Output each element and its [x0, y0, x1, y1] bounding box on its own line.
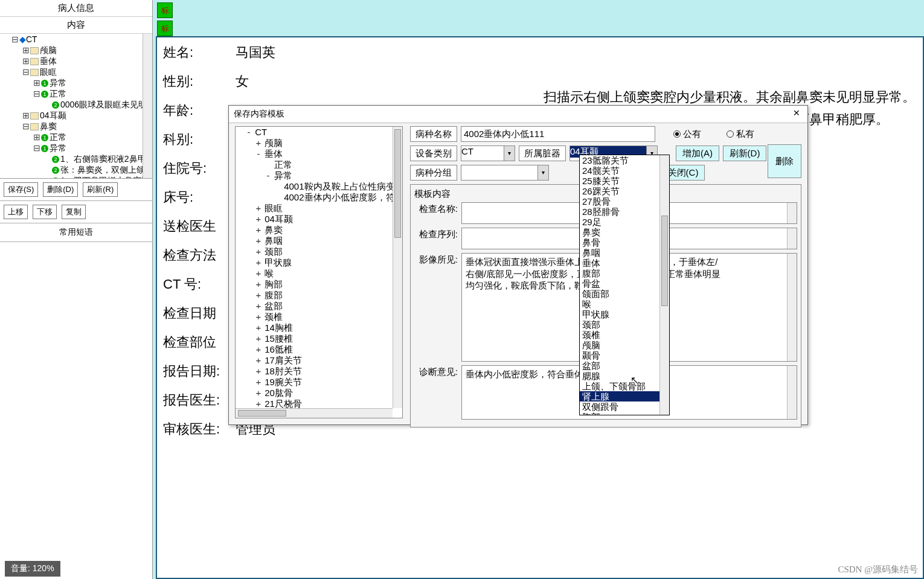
dialog-tree-item[interactable]: + 18肘关节	[255, 366, 393, 377]
left-tree[interactable]: ⊟◆CT⊞颅脑⊞垂体⊟眼眶⊞1异常⊟1正常20006眼球及眼眶未见明显异常⊞04…	[0, 34, 152, 179]
move-down-button[interactable]: 下移	[33, 205, 57, 219]
scrollbar[interactable]	[787, 366, 797, 419]
refresh-button[interactable]: 刷新(R)	[83, 182, 118, 197]
dialog-tree-hscrollbar[interactable]	[236, 408, 393, 418]
dropdown-option[interactable]: 颅脑	[580, 340, 659, 350]
dialog-tree-item[interactable]: + 04耳颞	[255, 214, 393, 225]
dialog-tree-item[interactable]: + 眼眶	[255, 203, 393, 214]
delete-button-dlg[interactable]: 删除	[768, 144, 801, 178]
dialog-tree-item[interactable]: + 20肱骨	[255, 388, 393, 398]
dialog-tree-item[interactable]: + 喉	[255, 268, 393, 279]
add-button[interactable]: 增加(A)	[676, 146, 719, 161]
dropdown-option[interactable]: 鼻咽	[580, 248, 659, 258]
dialog-tree-item[interactable]: + 15腰椎	[255, 333, 393, 344]
organ-dropdown[interactable]: 23骶髂关节24髋关节25膝关节26踝关节27股骨28胫腓骨29足鼻窦鼻骨鼻咽垂…	[579, 155, 670, 415]
dropdown-option[interactable]: 垂体	[580, 258, 659, 268]
scrollbar[interactable]	[787, 203, 797, 223]
dropdown-option[interactable]: 腮腺	[580, 371, 659, 381]
dropdown-option[interactable]: 24髋关节	[580, 165, 659, 176]
dialog-tree-item[interactable]: + 19腕关节	[255, 377, 393, 388]
refresh-button-dlg[interactable]: 刷新(D)	[723, 146, 766, 161]
dropdown-option[interactable]: 25膝关节	[580, 176, 659, 186]
disease-name-input[interactable]	[461, 126, 655, 142]
copy-button[interactable]: 复制	[62, 205, 86, 219]
dialog-tree-item[interactable]: + 17肩关节	[255, 355, 393, 366]
dialog-tree-item[interactable]: + 甲状腺	[255, 257, 393, 268]
dropdown-option[interactable]: 胸部	[580, 412, 659, 415]
dialog-tree-item[interactable]: + 14胸椎	[255, 322, 393, 333]
scrollbar[interactable]	[787, 228, 797, 249]
dropdown-option[interactable]: 鼻骨	[580, 237, 659, 248]
scrollbar[interactable]	[787, 254, 797, 361]
tree-item[interactable]: 20006眼球及眼眶未见明显异常	[43, 99, 152, 110]
label-site: 检查部位	[163, 333, 236, 351]
dialog-tree-item[interactable]: 4001鞍内及鞍上占位性病变，	[274, 181, 393, 192]
save-button[interactable]: 保存(S)	[4, 182, 38, 197]
dialog-tree-item[interactable]: + 21尺桡骨	[255, 398, 393, 408]
dialog-tree-item[interactable]: + 胸部	[255, 279, 393, 290]
green-tab-2[interactable]: 标	[157, 21, 173, 36]
dialog-tree-vscrollbar[interactable]	[393, 127, 402, 408]
dialog-tree-item[interactable]: + 鼻咽	[255, 235, 393, 246]
dropdown-option[interactable]: 颈椎	[580, 330, 659, 340]
dropdown-option[interactable]: 鼻窦	[580, 227, 659, 237]
dropdown-option[interactable]: 上颌、下颌骨部	[580, 381, 659, 391]
dialog-tree-item[interactable]: + 16骶椎	[255, 344, 393, 355]
dialog-tree-item[interactable]: - CT+ 颅脑- 垂体 正常- 异常 4001鞍内及鞍上占位性病变， 4002…	[245, 127, 393, 408]
dialog-tree-item[interactable]: + 鼻窦	[255, 225, 393, 235]
tree-item[interactable]: ⊞垂体	[22, 56, 152, 66]
dialog-tree[interactable]: - CT+ 颅脑- 垂体 正常- 异常 4001鞍内及鞍上占位性病变， 4002…	[235, 126, 403, 418]
dropdown-scrollbar[interactable]	[659, 155, 669, 415]
dropdown-option[interactable]: 28胫腓骨	[580, 206, 659, 217]
dialog-tree-item[interactable]: + 颈部	[255, 246, 393, 257]
dropdown-option[interactable]: 颞骨	[580, 350, 659, 360]
dialog-tree-item[interactable]: 正常	[265, 159, 393, 170]
dialog-tree-item[interactable]: 4002垂体内小低密度影，符合	[274, 192, 393, 203]
tree-item[interactable]: ⊞颅脑	[22, 45, 152, 56]
tree-item[interactable]: 21、双下鼻甲增大鼻窦正常	[43, 175, 152, 179]
label-age: 年龄:	[163, 101, 236, 120]
folder-icon	[30, 69, 39, 76]
tree-item[interactable]: 21、右侧筛窦积液2鼻甲肥大中	[43, 153, 152, 164]
tree-item[interactable]: ⊟◆CT⊞颅脑⊞垂体⊟眼眶⊞1异常⊟1正常20006眼球及眼眶未见明显异常⊞04…	[11, 34, 152, 179]
tree-item[interactable]: ⊟1正常20006眼球及眼眶未见明显异常	[33, 88, 152, 110]
dropdown-option[interactable]: 甲状腺	[580, 309, 659, 319]
tree-item[interactable]: 2张：鼻窦炎，双侧上颌窦积液	[43, 164, 152, 175]
dropdown-option[interactable]: 26踝关节	[580, 186, 659, 196]
common-phrases[interactable]: 常用短语	[0, 223, 152, 242]
delete-button[interactable]: 删除(D)	[43, 182, 78, 197]
device-combo[interactable]: CT▾	[461, 146, 515, 161]
folder-icon	[30, 112, 39, 120]
dialog-close-button[interactable]: ✕	[791, 108, 803, 120]
tree-item[interactable]: ⊞04耳颞	[22, 110, 152, 121]
group-combo[interactable]: ▾	[461, 165, 549, 181]
dropdown-option[interactable]: 肾上腺	[580, 391, 659, 401]
green-tab-1[interactable]: 标	[157, 2, 173, 18]
left-tree-scrollbar[interactable]	[143, 34, 152, 178]
tree-item[interactable]: ⊟1异常21、右侧筛窦积液2鼻甲肥大中2张：鼻窦炎，双侧上颌窦积液21、双下鼻甲…	[33, 142, 152, 179]
dropdown-option[interactable]: 23骶髂关节	[580, 155, 659, 165]
dropdown-option[interactable]: 颈部	[580, 319, 659, 330]
dialog-tree-item[interactable]: + 腹部	[255, 290, 393, 301]
dropdown-option[interactable]: 27股骨	[580, 196, 659, 206]
public-radio[interactable]: 公有	[673, 129, 701, 140]
tree-item[interactable]: ⊞1异常	[33, 77, 152, 88]
dialog-tree-item[interactable]: - 垂体 正常- 异常 4001鞍内及鞍上占位性病变， 4002垂体内小低密度影…	[255, 149, 393, 203]
dropdown-option[interactable]: 颌面部	[580, 289, 659, 299]
dialog-tree-item[interactable]: + 颈椎	[255, 312, 393, 322]
dropdown-option[interactable]: 腹部	[580, 268, 659, 278]
dropdown-option[interactable]: 喉	[580, 299, 659, 309]
dropdown-option[interactable]: 骨盆	[580, 278, 659, 289]
dialog-tree-item[interactable]: - 异常 4001鞍内及鞍上占位性病变， 4002垂体内小低密度影，符合	[265, 170, 393, 203]
dropdown-option[interactable]: 29足	[580, 217, 659, 227]
dialog-tree-item[interactable]: + 盆部	[255, 301, 393, 312]
dropdown-option[interactable]: 双侧跟骨	[580, 401, 659, 412]
move-up-button[interactable]: 上移	[4, 205, 28, 219]
tree-item[interactable]: ⊟鼻窦⊞1正常⊟1异常21、右侧筛窦积液2鼻甲肥大中2张：鼻窦炎，双侧上颌窦积液…	[22, 121, 152, 179]
dialog-tree-item[interactable]: + 颅脑	[255, 138, 393, 149]
label-diag: 诊断意见:	[414, 365, 458, 420]
private-radio[interactable]: 私有	[727, 129, 754, 140]
dropdown-option[interactable]: 盆部	[580, 360, 659, 371]
tree-item[interactable]: ⊟眼眶⊞1异常⊟1正常20006眼球及眼眶未见明显异常	[22, 66, 152, 110]
tree-item[interactable]: ⊞1正常	[33, 132, 152, 142]
